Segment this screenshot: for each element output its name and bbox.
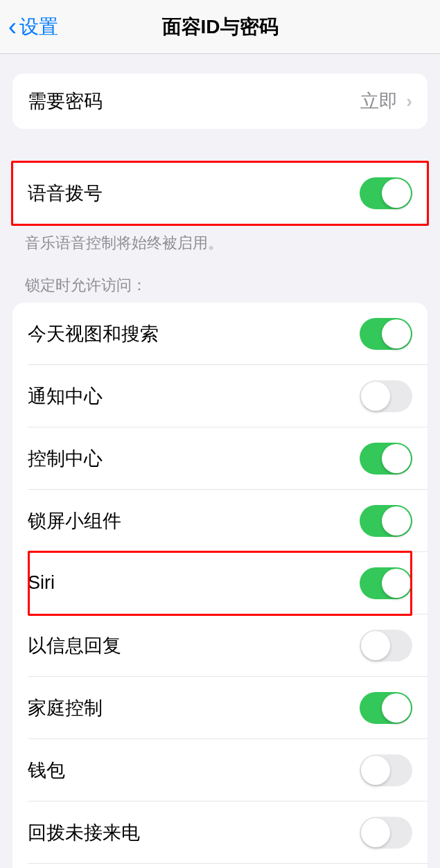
chevron-right-icon: › [406,91,412,112]
toggle-knob [382,506,411,535]
toggle-knob [382,179,411,208]
reply-message-label: 以信息回复 [28,633,121,658]
home-control-row: 家庭控制 [12,677,428,739]
return-missed-calls-row: 回拨未接来电 [12,801,428,864]
return-missed-calls-toggle[interactable] [360,817,412,849]
notification-center-label: 通知中心 [28,384,103,409]
toggle-knob [361,631,390,660]
nav-header: ‹ 设置 面容ID与密码 [0,0,440,54]
today-view-label: 今天视图和搜索 [28,321,159,346]
voice-dial-toggle[interactable] [360,177,412,209]
toggle-knob [361,382,390,411]
toggle-knob [361,756,390,785]
passcode-group: 需要密码 立即 › [12,73,428,129]
siri-row: Siri [12,552,428,614]
toggle-knob [382,319,411,348]
notification-center-row: 通知中心 [12,365,428,427]
require-passcode-row[interactable]: 需要密码 立即 › [12,73,428,129]
highlight-siri [28,551,412,616]
voice-dial-group: 语音拨号 [12,162,428,224]
today-view-toggle[interactable] [360,318,412,350]
back-button[interactable]: ‹ 设置 [0,12,58,42]
wallet-toggle[interactable] [360,754,412,786]
voice-dial-footer: 音乐语音控制将始终被启用。 [0,224,440,254]
wallet-row: 钱包 [12,739,428,801]
control-center-toggle[interactable] [360,443,412,475]
locked-access-header: 锁定时允许访问： [0,254,440,303]
today-view-row: 今天视图和搜索 [12,303,428,365]
wallet-label: 钱包 [28,758,65,783]
locked-access-group: 今天视图和搜索 通知中心 控制中心 锁屏小组件 Siri 以信息回复 家庭控制 [12,303,428,868]
control-center-row: 控制中心 [12,427,428,490]
voice-dial-label: 语音拨号 [28,181,103,206]
reply-message-row: 以信息回复 [12,614,428,677]
back-label: 设置 [19,14,58,40]
siri-label: Siri [28,572,55,594]
toggle-knob [361,818,390,847]
control-center-label: 控制中心 [28,446,103,471]
require-passcode-label: 需要密码 [28,89,103,114]
toggle-knob [382,693,411,723]
lock-screen-widgets-toggle[interactable] [360,505,412,537]
reply-message-toggle[interactable] [360,630,412,662]
notification-center-toggle[interactable] [360,380,412,412]
page-title: 面容ID与密码 [162,14,279,40]
voice-dial-row: 语音拨号 [12,162,428,224]
home-control-toggle[interactable] [360,692,412,724]
toggle-knob [382,444,411,473]
return-missed-calls-label: 回拨未接来电 [28,820,140,845]
require-passcode-value: 立即 [360,89,398,114]
siri-toggle[interactable] [360,567,412,599]
lock-screen-widgets-row: 锁屏小组件 [12,490,428,552]
chevron-left-icon: ‹ [8,12,17,42]
toggle-knob [382,569,411,598]
usb-accessories-row: USB配件 [12,864,428,868]
home-control-label: 家庭控制 [28,696,103,720]
lock-screen-widgets-label: 锁屏小组件 [28,508,121,533]
